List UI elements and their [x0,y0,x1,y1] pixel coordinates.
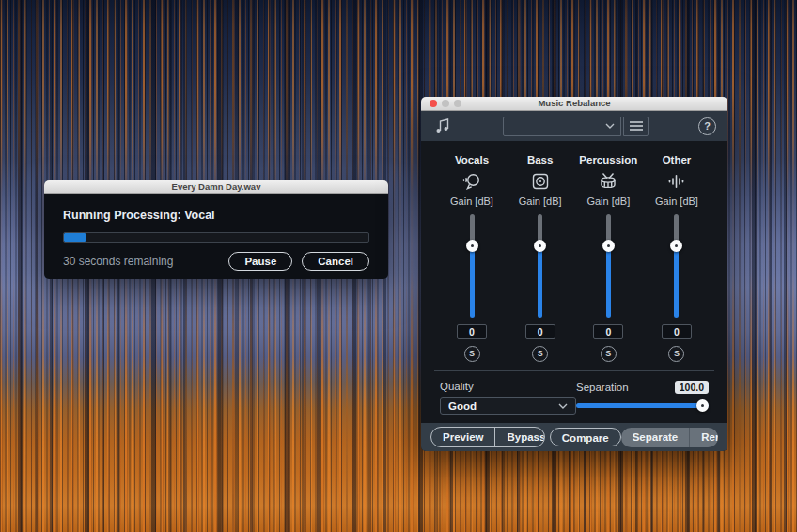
minimize-window-button[interactable] [442,100,449,107]
channel-name: Vocals [455,154,489,165]
gain-value-box[interactable]: 0 [662,324,692,339]
gain-label: Gain [dB] [586,196,630,207]
channel-strip-percussion: Percussion Gain [dB] 0 S [574,154,642,362]
window-title: Music Rebalance [538,98,610,108]
processing-dialog: Every Damn Day.wav Running Processing: V… [44,180,388,279]
separate-button[interactable]: Separate [621,428,690,447]
quality-label: Quality [440,381,576,392]
music-rebalance-window: Music Rebalance ? [421,97,727,451]
slider-track-lower [538,245,542,318]
percussion-gain-slider[interactable] [602,214,615,318]
progress-bar-fill [64,233,86,242]
channel-name: Percussion [579,154,637,165]
drum-icon [597,170,619,193]
waveform-bars-icon [665,170,688,193]
gain-value-box[interactable]: 0 [593,324,623,339]
dialog-titlebar[interactable]: Every Damn Day.wav [44,180,388,194]
other-gain-slider[interactable] [670,214,683,318]
slider-handle[interactable] [602,240,615,252]
slider-track-lower [674,245,679,318]
chevron-down-icon [558,403,568,409]
channel-strip-other: Other Gain [dB] 0 S [643,154,711,362]
action-button-group: Separate Render [621,428,718,447]
window-titlebar[interactable]: Music Rebalance [421,97,727,111]
vocals-icon [461,170,483,193]
gain-label: Gain [dB] [450,196,493,207]
preview-button[interactable]: Preview [431,428,494,446]
module-body: Vocals Gain [dB] 0 S [421,141,727,423]
gain-label: Gain [dB] [519,196,562,207]
processing-status-text: Running Processing: Vocal [63,209,369,222]
solo-button[interactable]: S [532,346,548,362]
gain-value-box[interactable]: 0 [457,324,487,339]
bass-gain-slider[interactable] [534,214,547,318]
bypass-button[interactable]: Bypass [494,428,544,446]
speaker-icon [529,170,552,193]
dialog-body: Running Processing: Vocal 30 seconds rem… [44,194,388,271]
section-divider [434,370,714,371]
dialog-title: Every Damn Day.wav [172,181,261,192]
quality-dropdown-value: Good [448,400,477,412]
progress-bar [63,232,369,243]
slider-handle[interactable] [534,240,546,252]
pause-button[interactable]: Pause [228,252,292,271]
channel-strip-vocals: Vocals Gain [dB] 0 S [438,154,506,362]
close-window-button[interactable] [430,100,437,107]
quality-dropdown[interactable]: Good [440,397,576,415]
channel-name: Bass [527,154,554,165]
quality-section: Quality Good [440,381,576,415]
cancel-button[interactable]: Cancel [302,252,369,271]
channel-name: Other [663,154,692,165]
separation-label: Separation [576,382,675,393]
separation-slider-handle[interactable] [696,399,709,412]
module-footer-bar: Preview Bypass + Compare Separate Render [421,423,727,451]
slider-handle[interactable] [466,240,478,252]
separation-section: Separation 100.0 [576,381,709,415]
zoom-window-button[interactable] [454,100,461,107]
music-note-icon [432,116,453,136]
time-remaining-text: 30 seconds remaining [63,255,219,268]
slider-track-lower [606,245,611,318]
preview-button-group: Preview Bypass + [430,427,545,447]
slider-track-lower [470,245,475,318]
module-toolbar: ? [421,111,727,141]
chevron-down-icon [605,123,615,129]
vocals-gain-slider[interactable] [465,214,478,318]
compare-button[interactable]: Compare [550,428,621,446]
solo-button[interactable]: S [668,346,684,362]
gain-value-box[interactable]: 0 [525,324,555,339]
preset-dropdown[interactable] [503,117,621,136]
separation-slider-fill [576,403,709,408]
preset-menu-button[interactable] [623,117,649,136]
channel-strip-bass: Bass Gain [dB] 0 S [507,154,574,362]
separation-value-box[interactable]: 100.0 [675,381,709,394]
separation-slider[interactable] [576,399,709,412]
solo-button[interactable]: S [464,346,480,362]
render-button[interactable]: Render [689,428,718,447]
menu-icon [630,121,643,131]
help-button[interactable]: ? [698,117,716,135]
solo-button[interactable]: S [601,346,617,362]
slider-handle[interactable] [670,240,682,252]
gain-label: Gain [dB] [655,196,698,207]
